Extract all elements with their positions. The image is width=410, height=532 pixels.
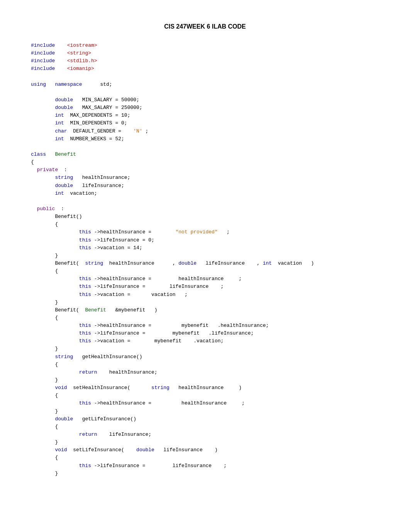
code-block: #include <iostream> #include <string> #i… <box>31 42 379 478</box>
page-title: CIS 247WEEK 6 ILAB CODE <box>31 23 379 30</box>
